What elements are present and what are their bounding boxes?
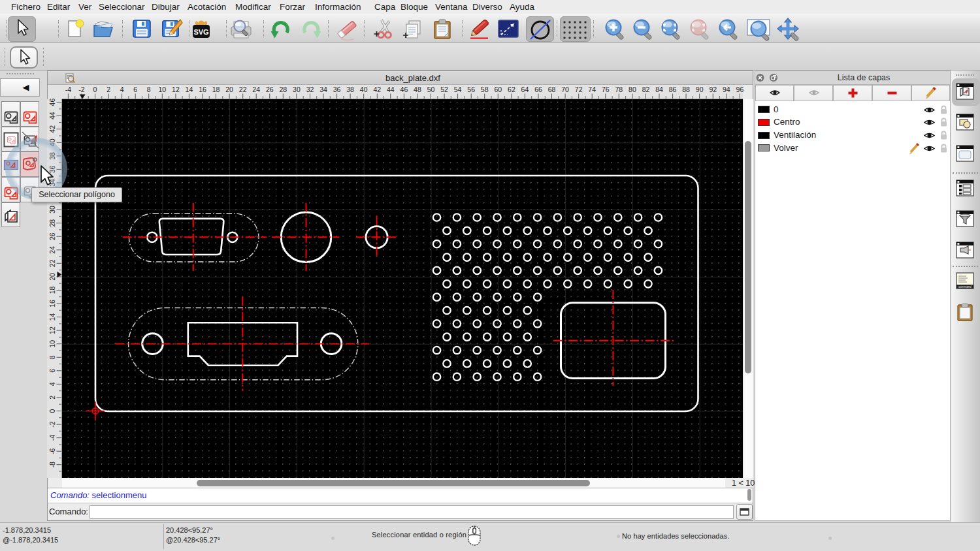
svg-text:58: 58 (481, 86, 489, 93)
svg-text:28: 28 (48, 219, 56, 227)
svg-text:42: 42 (48, 125, 56, 133)
svg-text:62: 62 (508, 86, 515, 93)
svg-text:44: 44 (387, 86, 395, 93)
svg-text:16: 16 (48, 300, 56, 307)
svg-text:76: 76 (602, 86, 610, 93)
svg-text:2: 2 (106, 86, 110, 93)
svg-text:4: 4 (120, 86, 124, 93)
svg-text:66: 66 (534, 86, 542, 93)
svg-text:18: 18 (48, 287, 56, 294)
svg-text:46: 46 (400, 86, 408, 93)
svg-text:6: 6 (48, 369, 56, 373)
svg-text:28: 28 (279, 86, 287, 93)
svg-text:50: 50 (427, 86, 435, 93)
svg-text:60: 60 (494, 86, 502, 93)
svg-text:92: 92 (709, 86, 717, 93)
svg-text:24: 24 (252, 86, 260, 93)
svg-text:64: 64 (521, 86, 529, 93)
svg-text:-2: -2 (48, 421, 56, 427)
svg-text:42: 42 (373, 86, 381, 93)
svg-text:44: 44 (48, 112, 56, 119)
svg-text:26: 26 (48, 232, 56, 240)
svg-text:34: 34 (319, 86, 327, 93)
svg-text:94: 94 (723, 86, 730, 93)
svg-text:20: 20 (48, 273, 56, 281)
svg-text:56: 56 (467, 86, 475, 93)
svg-text:20: 20 (225, 86, 233, 93)
svg-text:36: 36 (333, 86, 341, 93)
svg-text:40: 40 (360, 86, 368, 93)
svg-text:-2: -2 (78, 86, 84, 93)
svg-text:46: 46 (48, 99, 56, 106)
svg-text:48: 48 (414, 86, 421, 93)
svg-text:12: 12 (172, 86, 180, 93)
svg-text:-4: -4 (48, 435, 56, 441)
svg-text:96: 96 (736, 86, 744, 93)
svg-text:74: 74 (588, 86, 596, 93)
svg-text:4: 4 (48, 382, 56, 386)
svg-text:8: 8 (48, 355, 56, 359)
svg-text:24: 24 (48, 246, 56, 254)
svg-text:70: 70 (561, 86, 569, 93)
svg-text:0: 0 (48, 409, 56, 413)
svg-text:10: 10 (158, 86, 166, 93)
svg-text:SVG: SVG (193, 28, 208, 36)
svg-text:6: 6 (133, 86, 137, 93)
svg-text:-6: -6 (48, 448, 56, 454)
svg-text:22: 22 (48, 259, 56, 267)
svg-text:-4: -4 (65, 86, 71, 93)
svg-text:2: 2 (48, 396, 56, 400)
svg-text:26: 26 (266, 86, 274, 93)
svg-text:38: 38 (346, 86, 354, 93)
svg-text:90: 90 (696, 86, 704, 93)
svg-text:18: 18 (212, 86, 220, 93)
svg-text:78: 78 (615, 86, 623, 93)
svg-text:12: 12 (48, 326, 56, 334)
svg-text:82: 82 (642, 86, 650, 93)
svg-text:command: command (958, 285, 972, 289)
svg-text:52: 52 (440, 86, 448, 93)
svg-text:86: 86 (669, 86, 677, 93)
svg-text:72: 72 (575, 86, 583, 93)
svg-text:10: 10 (48, 340, 56, 348)
svg-text:14: 14 (186, 86, 193, 93)
svg-text:14: 14 (48, 313, 56, 321)
svg-text:32: 32 (306, 86, 314, 93)
svg-text:8: 8 (147, 86, 151, 93)
svg-text:54: 54 (454, 86, 462, 93)
svg-text:16: 16 (199, 86, 206, 93)
svg-text:80: 80 (629, 86, 636, 93)
svg-text:-8: -8 (48, 462, 56, 467)
svg-text:84: 84 (655, 86, 663, 93)
svg-text:22: 22 (239, 86, 247, 93)
svg-text:30: 30 (293, 86, 301, 93)
svg-text:68: 68 (548, 86, 556, 93)
svg-text:0: 0 (93, 86, 97, 93)
svg-text:30: 30 (48, 206, 56, 213)
svg-text:88: 88 (682, 86, 690, 93)
